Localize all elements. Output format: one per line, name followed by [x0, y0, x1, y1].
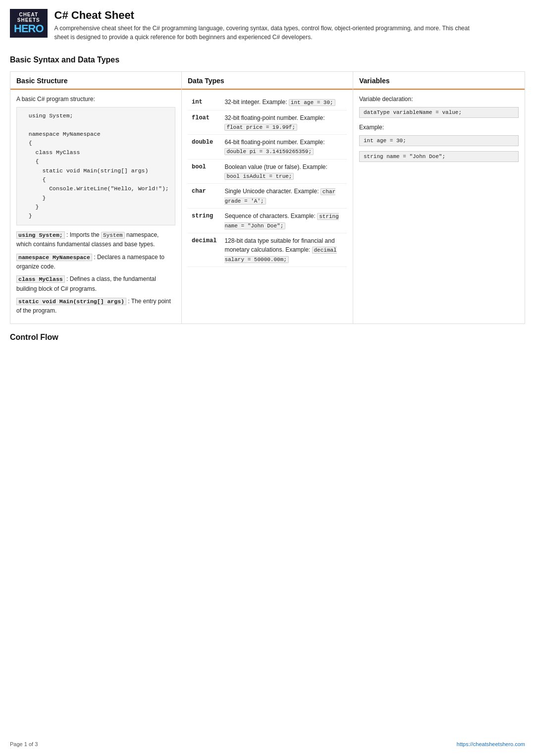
inline-double-example: double pi = 3.14159265359;	[224, 148, 314, 155]
dt-keyword-string: string	[188, 209, 220, 233]
page-number: Page 1 of 3	[10, 741, 38, 747]
logo: CHEATSHEETS HERO	[10, 9, 48, 38]
inline-system: System	[101, 232, 125, 239]
page-title: C# Cheat Sheet	[54, 9, 481, 22]
dt-keyword-char: char	[188, 184, 220, 209]
inline-decimal-example: decimal salary = 50000.00m;	[224, 247, 336, 263]
dt-desc-float: 32-bit floating-point number. Example: f…	[220, 110, 347, 135]
col3-title: Variables	[353, 72, 525, 90]
col1-annotation2: namespace MyNamespace : Declares a names…	[16, 253, 175, 272]
logo-cheatsheets: CHEATSHEETS	[17, 12, 40, 23]
var-example-code2: string name = "John Doe";	[359, 151, 519, 162]
inline-bool-example: bool isAdult = true;	[224, 173, 294, 180]
page-footer: Page 1 of 3 https://cheatsheetshero.com	[10, 741, 525, 747]
header-info: C# Cheat Sheet A comprehensive cheat she…	[54, 9, 481, 42]
table-row: double 64-bit floating-point number. Exa…	[188, 135, 347, 160]
col1-body: A basic C# program structure: using Syst…	[10, 90, 181, 324]
table-row: float 32-bit floating-point number. Exam…	[188, 110, 347, 135]
section1-heading: Basic Syntax and Data Types	[10, 55, 525, 66]
dt-keyword-int: int	[188, 95, 220, 110]
col1-title: Basic Structure	[10, 72, 181, 90]
code-using-system: using System;	[16, 231, 65, 239]
inline-char-example: char grade = 'A';	[224, 188, 335, 205]
var-example-label: Example:	[359, 123, 519, 132]
col2-title: Data Types	[182, 72, 353, 90]
col-data-types: Data Types int 32-bit integer. Example: …	[182, 72, 353, 324]
header: CHEATSHEETS HERO C# Cheat Sheet A compre…	[10, 9, 525, 47]
table-row: bool Boolean value (true or false). Exam…	[188, 159, 347, 184]
col-basic-structure: Basic Structure A basic C# program struc…	[10, 72, 182, 324]
inline-float-example: float price = 19.99f;	[224, 124, 297, 131]
header-description: A comprehensive cheat sheet for the C# p…	[54, 24, 481, 42]
dt-keyword-double: double	[188, 135, 220, 160]
code-main: static void Main(string[] args)	[16, 298, 126, 305]
col2-body: int 32-bit integer. Example: int age = 3…	[182, 90, 353, 272]
dt-desc-int: 32-bit integer. Example: int age = 30;	[220, 95, 347, 110]
code-namespace: namespace MyNamespace	[16, 254, 92, 261]
col1-annotation1: using System; : Imports the System names…	[16, 230, 175, 250]
col3-body: Variable declaration: dataType variableN…	[353, 90, 525, 172]
code-class: class MyClass	[16, 275, 65, 283]
basic-syntax-grid: Basic Structure A basic C# program struc…	[10, 71, 525, 324]
dt-desc-bool: Boolean value (true or false). Example: …	[220, 159, 347, 184]
var-decl-code: dataType variableName = value;	[359, 107, 519, 118]
table-row: char Single Unicode character. Example: …	[188, 184, 347, 209]
col1-annotation3: class MyClass : Defines a class, the fun…	[16, 274, 175, 294]
col1-code-block: using System; namespace MyNamespace { cl…	[16, 107, 175, 225]
dt-keyword-float: float	[188, 110, 220, 135]
dt-keyword-decimal: decimal	[188, 233, 220, 267]
data-types-table: int 32-bit integer. Example: int age = 3…	[188, 95, 347, 267]
var-decl-label: Variable declaration:	[359, 95, 519, 104]
col1-intro: A basic C# program structure:	[16, 95, 175, 104]
inline-string-example: string name = "John Doe";	[224, 213, 338, 229]
dt-keyword-bool: bool	[188, 159, 220, 184]
dt-desc-decimal: 128-bit data type suitable for financial…	[220, 233, 347, 267]
footer-link[interactable]: https://cheatsheetshero.com	[457, 741, 525, 747]
dt-desc-double: 64-bit floating-point number. Example: d…	[220, 135, 347, 160]
var-example-code1: int age = 30;	[359, 135, 519, 146]
col-variables: Variables Variable declaration: dataType…	[353, 72, 525, 324]
inline-int-example: int age = 30;	[289, 99, 335, 106]
col1-annotation4: static void Main(string[] args) : The en…	[16, 297, 175, 316]
table-row: decimal 128-bit data type suitable for f…	[188, 233, 347, 267]
table-row: string Sequence of characters. Example: …	[188, 209, 347, 233]
table-row: int 32-bit integer. Example: int age = 3…	[188, 95, 347, 110]
dt-desc-string: Sequence of characters. Example: string …	[220, 209, 347, 233]
logo-hero: HERO	[14, 23, 44, 35]
control-flow-heading: Control Flow	[10, 333, 525, 342]
dt-desc-char: Single Unicode character. Example: char …	[220, 184, 347, 209]
